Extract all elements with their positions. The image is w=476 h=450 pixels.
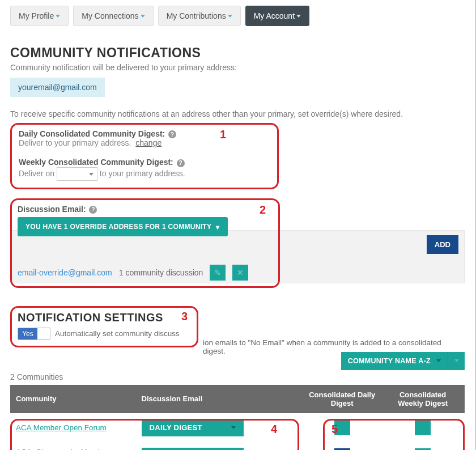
auto-no-email-toggle[interactable]: Yes [18,328,50,340]
chevron-down-icon [436,359,441,362]
chevron-down-icon [56,15,60,18]
daily-digest-deliver-text: Deliver to your primary address. [19,138,131,147]
override-banner-text: YOU HAVE 1 OVERRIDE ADDRESS FOR 1 COMMUN… [26,223,211,231]
pencil-icon: ✎ [214,268,221,277]
annotation-number: 2 [260,203,266,216]
override-banner-toggle[interactable]: YOU HAVE 1 OVERRIDE ADDRESS FOR 1 COMMUN… [18,217,228,236]
chevron-down-icon [89,173,94,176]
override-row: email-override@gmail.com 1 community dis… [18,265,273,281]
add-override-button[interactable]: ADD [427,235,458,254]
override-community-count: 1 community discussion [119,268,203,277]
override-email-link[interactable]: email-override@gmail.com [18,268,112,277]
tab-label: My Connections [82,11,138,20]
community-notifications-subtitle: Community notification will be delivered… [10,63,465,72]
auto-no-email-text-tail: ion emails to "No Email" when a communit… [203,338,464,355]
table-header-row: Community Discussion Email Consolidated … [10,385,465,413]
community-link[interactable]: ACA Member Open Forum [16,423,107,432]
edit-override-button[interactable]: ✎ [210,265,226,281]
communities-table: Community Discussion Email Consolidated … [10,385,465,450]
daily-digest-checkbox[interactable] [334,419,350,435]
tab-label: My Contributions [167,11,226,20]
annotation-callout-1: 1 Daily Consolidated Community Digest: ?… [10,123,279,189]
col-daily-digest: Consolidated Daily Digest [303,385,381,413]
col-weekly-digest: Consolidated Weekly Digest [381,385,465,413]
override-instruction-text: To receive specific community notificati… [10,109,465,118]
discussion-email-label: Discussion Email: [18,205,86,214]
discussion-email-dropdown[interactable]: DAILY DIGEST [142,448,244,450]
close-icon: ✕ [237,268,244,277]
change-link[interactable]: change [135,138,162,147]
help-icon[interactable]: ? [177,159,185,167]
discussion-email-dropdown[interactable]: DAILY DIGEST [142,419,244,436]
community-notifications-title: COMMUNITY NOTIFICATIONS [10,45,465,61]
page-container: My Profile My Connections My Contributio… [0,0,476,450]
discussion-email-section: 2 Discussion Email: ? YOU HAVE 1 OVERRID… [10,198,465,283]
community-count-label: 2 Communities [10,372,465,381]
table-row: ACA, Chesapeake Member Community DAILY D… [10,442,465,450]
tab-label: My Profile [19,11,54,20]
chevron-down-icon [296,15,301,18]
col-discussion-email: Discussion Email [136,385,303,413]
auto-no-email-row: Yes Automatically set community discuss [18,328,191,340]
chevron-down-icon [454,359,459,362]
weekly-day-select[interactable] [57,167,97,181]
annotation-number: 1 [220,128,226,141]
daily-digest-block: Daily Consolidated Community Digest: ? D… [19,129,270,147]
weekly-deliver-suffix: to your primary address. [100,168,185,177]
col-community: Community [10,385,136,413]
weekly-digest-label: Weekly Consolidated Community Digest: [19,158,173,167]
tab-label: My Account [254,11,295,20]
weekly-digest-checkbox[interactable] [415,419,431,435]
annotation-callout-2: 2 Discussion Email: ? YOU HAVE 1 OVERRID… [10,198,280,288]
weekly-digest-block: Weekly Consolidated Community Digest: ? … [19,158,270,180]
help-icon[interactable]: ? [89,206,97,214]
weekly-deliver-prefix: Deliver on [19,168,54,177]
tab-my-account[interactable]: My Account [245,6,309,26]
chevron-down-icon [228,15,232,18]
toggle-on-label: Yes [18,328,37,339]
chevron-down-icon [141,15,145,18]
chevron-down-icon [231,426,236,429]
annotation-number: 3 [181,310,188,323]
annotation-callout-3: 3 NOTIFICATION SETTINGS Yes Automaticall… [10,306,198,347]
tab-my-contributions[interactable]: My Contributions [158,6,241,26]
auto-no-email-text-start: Automatically set community discuss [55,329,191,338]
notification-settings-title: NOTIFICATION SETTINGS [18,311,191,324]
community-link[interactable]: ACA, Chesapeake Member Community [16,448,118,450]
delete-override-button[interactable]: ✕ [232,265,248,281]
profile-tabs: My Profile My Connections My Contributio… [10,6,465,26]
sort-label: COMMUNITY NAME A-Z [348,357,431,365]
dropdown-value: DAILY DIGEST [150,423,202,432]
help-icon[interactable]: ? [168,130,176,138]
chevron-down-icon: ▾ [216,223,219,231]
daily-digest-label: Daily Consolidated Community Digest: [19,129,165,138]
tab-my-profile[interactable]: My Profile [10,6,69,26]
tab-my-connections[interactable]: My Connections [73,6,153,26]
table-row: ACA Member Open Forum DAILY DIGEST [10,413,465,442]
primary-email-display: youremail@gmail.com [10,78,105,97]
